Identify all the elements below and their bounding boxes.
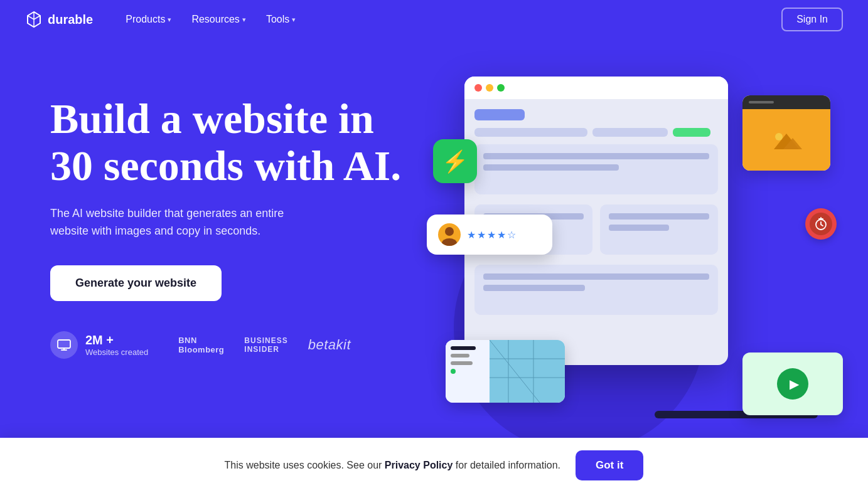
press-logo-betakit: betakit xyxy=(308,337,351,353)
stats-row: 2M + Websites created BNNBloomberg BUSIN… xyxy=(50,331,414,359)
map-card xyxy=(446,340,565,403)
browser-top-bar xyxy=(464,77,728,99)
monitor-icon xyxy=(50,331,78,359)
cookie-text: This website uses cookies. See our Priva… xyxy=(225,460,560,471)
press-logo-bnn: BNNBloomberg xyxy=(178,336,224,355)
hero-title: Build a website in 30 seconds with AI. xyxy=(50,95,414,189)
stat-websites: 2M + Websites created xyxy=(50,331,148,359)
video-card: ▶ xyxy=(742,353,843,415)
svg-point-3 xyxy=(775,133,783,140)
main-content: Build a website in 30 seconds with AI. T… xyxy=(0,39,868,493)
avatar xyxy=(438,223,461,246)
map-lines-icon xyxy=(490,340,565,403)
review-card: ★★★★☆ xyxy=(427,215,552,255)
sign-in-button[interactable]: Sign In xyxy=(781,8,843,31)
stat-number: 2M + xyxy=(85,333,148,347)
svg-point-5 xyxy=(442,238,457,246)
image-card xyxy=(742,95,830,171)
browser-content xyxy=(464,99,728,325)
image-card-bar xyxy=(742,95,830,109)
press-logo-bi: BUSINESSINSIDER xyxy=(244,336,287,354)
hero-subtitle: The AI website builder that generates an… xyxy=(50,204,314,241)
cookie-accept-button[interactable]: Got it xyxy=(576,450,643,480)
timer-badge xyxy=(805,208,837,240)
chevron-down-icon: ▾ xyxy=(168,16,171,24)
svg-line-11 xyxy=(490,340,540,403)
hero-illustration: ⚡ ★★★★☆ xyxy=(427,77,830,453)
image-placeholder-icon xyxy=(768,124,805,156)
browser-bar-blue xyxy=(474,109,525,120)
generate-button[interactable]: Generate your website xyxy=(50,265,222,301)
chevron-down-icon: ▾ xyxy=(242,16,246,24)
navigation: durable Products ▾ Resources ▾ Tools ▾ S… xyxy=(0,0,868,39)
map-sidebar xyxy=(446,340,490,403)
star-rating: ★★★★☆ xyxy=(467,229,517,241)
svg-point-4 xyxy=(445,227,454,236)
timer-icon xyxy=(814,217,828,231)
window-dot-green xyxy=(497,84,505,92)
press-logos: BNNBloomberg BUSINESSINSIDER betakit xyxy=(178,336,351,355)
privacy-policy-link[interactable]: Privacy Policy xyxy=(385,460,453,470)
cookie-banner: This website uses cookies. See our Priva… xyxy=(0,438,868,493)
play-icon: ▶ xyxy=(777,368,808,400)
svg-rect-0 xyxy=(58,340,70,348)
window-dot-yellow xyxy=(486,84,493,92)
chevron-down-icon: ▾ xyxy=(292,16,296,24)
window-dot-red xyxy=(474,84,482,92)
lightning-icon: ⚡ xyxy=(442,149,468,174)
stat-label: Websites created xyxy=(85,347,148,357)
hero-left: Build a website in 30 seconds with AI. T… xyxy=(50,77,414,359)
logo-icon xyxy=(25,11,43,28)
nav-products[interactable]: Products ▾ xyxy=(118,10,179,29)
logo[interactable]: durable xyxy=(25,11,93,28)
logo-text: durable xyxy=(48,13,93,27)
map-area xyxy=(490,340,565,403)
nav-links: Products ▾ Resources ▾ Tools ▾ xyxy=(118,10,781,29)
lightning-card: ⚡ xyxy=(433,139,477,183)
nav-resources[interactable]: Resources ▾ xyxy=(184,10,253,29)
nav-tools[interactable]: Tools ▾ xyxy=(259,10,303,29)
avatar-person-icon xyxy=(438,223,461,246)
map-dot-icon xyxy=(451,369,456,374)
image-card-content xyxy=(742,109,830,171)
